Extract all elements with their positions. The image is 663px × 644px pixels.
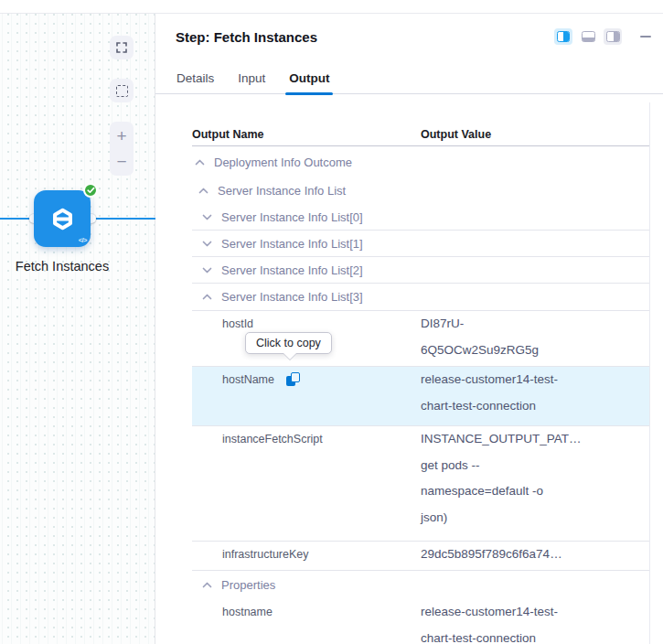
expand-icon [116, 42, 127, 53]
tree-row-server-instance-info-list-1-[interactable]: Server Instance Info List[1] [192, 231, 649, 257]
app-window: + − </> Fetch Instances Step: Fetch Inst… [0, 0, 663, 644]
output-value: DI87rU-6Q5OCw2Su9zRG5g [416, 311, 649, 366]
tree-row-server-instance-info-list-0-[interactable]: Server Instance Info List[0] [192, 204, 649, 231]
output-name-label: hostname [222, 606, 273, 619]
output-value: release-customer14-test-chart-test-conne… [416, 367, 649, 425]
step-detail-panel: Step: Fetch Instances DetailsInputOutput… [155, 0, 663, 644]
canvas-zoom-controls: + − [110, 122, 134, 176]
output-name-label: Properties [221, 578, 275, 592]
minimize-icon[interactable] [640, 36, 651, 38]
column-header-output-name: Output Name [192, 128, 416, 141]
tab-bar: DetailsInputOutput [155, 70, 663, 94]
layout-right-split-button[interactable] [554, 28, 572, 45]
chevron-down-icon[interactable] [201, 267, 212, 274]
canvas-select-button[interactable] [110, 79, 134, 102]
chevron-down-icon[interactable] [201, 241, 212, 247]
tab-output[interactable]: Output [289, 70, 329, 94]
output-value: release-customer14-test-chart-test-conne… [416, 599, 649, 644]
table-right-edge [649, 102, 650, 644]
column-header-output-value: Output Value [416, 128, 649, 141]
step-node-fetch-instances[interactable]: </> [34, 190, 91, 247]
output-value: 29dc5b895f789c6f6a74… [416, 542, 649, 570]
output-table-header: Output Name Output Value [192, 123, 649, 146]
panel-title: Step: Fetch Instances [176, 29, 317, 45]
output-name-label: instanceFetchScript [222, 433, 323, 446]
tree-row-server-instance-info-list-3-[interactable]: Server Instance Info List[3] [192, 284, 649, 311]
layout-bottom-panel-button[interactable] [579, 28, 597, 45]
output-name-label: Deployment Info Outcome [214, 156, 352, 169]
instances-swirl-icon [50, 207, 75, 231]
marquee-select-icon [116, 85, 128, 97]
output-row-hostname: hostNamerelease-customer14-test-chart-te… [192, 367, 649, 426]
chevron-up-icon[interactable] [194, 159, 205, 166]
output-name-label: hostName [222, 373, 274, 387]
top-strip [0, 0, 663, 14]
output-name-label: hostId [222, 317, 253, 331]
tree-row-server-instance-info-list[interactable]: Server Instance Info List [192, 177, 649, 204]
pipeline-canvas[interactable]: + − </> Fetch Instances [0, 14, 155, 644]
output-row-hostname: hostnamerelease-customer14-test-chart-te… [192, 599, 649, 644]
tree-row-properties[interactable]: Properties [192, 571, 649, 599]
output-table-body: Deployment Info OutcomeServer Instance I… [192, 146, 649, 644]
chevron-up-icon[interactable] [198, 188, 209, 194]
output-value: INSTANCE_OUTPUT_PAT…get pods --namespace… [416, 426, 649, 541]
success-badge-icon [83, 183, 98, 198]
output-row-infrastructurekey: infrastructureKey29dc5b895f789c6f6a74… [192, 542, 649, 571]
zoom-in-button[interactable]: + [110, 123, 134, 147]
output-name-label: Server Instance Info List[3] [221, 290, 363, 304]
split-view-icon [557, 31, 570, 42]
right-panel-icon [606, 31, 620, 42]
copy-icon[interactable] [286, 372, 300, 386]
canvas-fullscreen-button[interactable] [110, 36, 134, 59]
chevron-down-icon[interactable] [201, 214, 212, 220]
chevron-up-icon[interactable] [201, 294, 212, 300]
tab-details[interactable]: Details [176, 70, 214, 94]
output-name-label: Server Instance Info List[2] [221, 263, 363, 277]
output-name-label: Server Instance Info List [218, 184, 346, 198]
panel-window-controls [554, 28, 651, 45]
output-name-label: Server Instance Info List[1] [221, 237, 363, 251]
code-glyph: </> [79, 236, 87, 244]
output-row-instancefetchscript: instanceFetchScriptINSTANCE_OUTPUT_PAT…g… [192, 426, 649, 542]
tab-input[interactable]: Input [238, 70, 265, 94]
node-label: Fetch Instances [0, 259, 124, 274]
bottom-panel-icon [582, 31, 595, 42]
chevron-up-icon[interactable] [201, 582, 212, 588]
copy-tooltip: Click to copy [245, 332, 332, 354]
tree-row-deployment-info-outcome[interactable]: Deployment Info Outcome [192, 146, 649, 177]
output-name-label: Server Instance Info List[0] [221, 210, 363, 224]
output-name-label: infrastructureKey [222, 548, 308, 562]
zoom-out-button[interactable]: − [110, 150, 134, 174]
tree-row-server-instance-info-list-2-[interactable]: Server Instance Info List[2] [192, 257, 649, 284]
layout-right-panel-button[interactable] [604, 28, 622, 45]
output-table: Output Name Output Value Deployment Info… [192, 123, 649, 644]
